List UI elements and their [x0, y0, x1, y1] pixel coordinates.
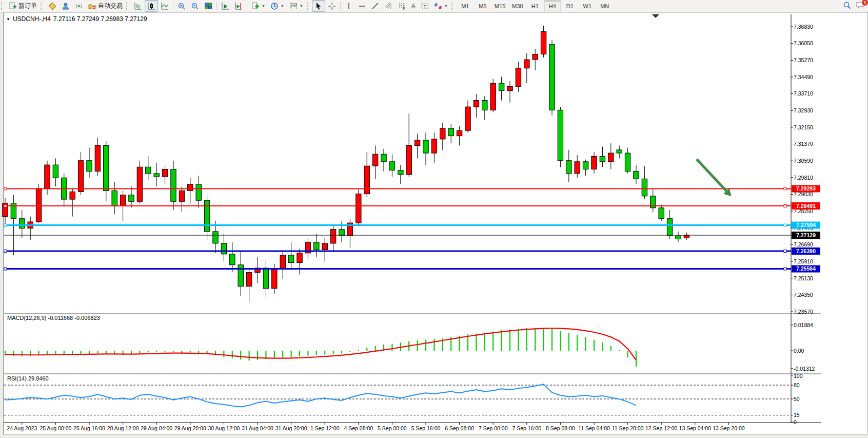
price-axis-label: 7.32150	[794, 124, 813, 130]
timeframe-button-M5[interactable]: M5	[474, 1, 491, 11]
chart-candles-button[interactable]	[145, 0, 158, 12]
crosshair-tool-button[interactable]	[325, 0, 339, 12]
svg-text:7.28491: 7.28491	[796, 203, 816, 209]
time-axis-label: 1 Sep 12:00	[310, 425, 340, 431]
periods-button[interactable]: ▼	[268, 0, 287, 12]
chart-shift-icon	[234, 2, 243, 10]
indicator-template-icon	[289, 2, 298, 10]
toolbar-divider	[340, 2, 341, 10]
toolbar-group-separator	[451, 2, 455, 10]
notifications-button[interactable]: 1	[856, 1, 865, 11]
timeframe-button-D1[interactable]: D1	[561, 1, 579, 11]
channel-tool-button[interactable]: E	[382, 0, 396, 12]
text-tool-button[interactable]: A	[409, 0, 418, 12]
status-strip	[0, 435, 868, 438]
timeframe-button-M15[interactable]: M15	[491, 1, 509, 11]
templates-button[interactable]: ▼	[287, 0, 306, 12]
toolbar-divider	[173, 2, 173, 10]
new-order-label: 新订单	[18, 2, 37, 10]
search-icon[interactable]	[843, 1, 852, 11]
new-chart-icon	[251, 2, 260, 10]
new-chart-button[interactable]: ▼	[249, 0, 268, 12]
timeframe-button-H1[interactable]: H1	[526, 1, 544, 11]
macd-axis-label: -0.01312	[794, 366, 815, 372]
timeframe-button-M1[interactable]: M1	[457, 1, 474, 11]
profile-button[interactable]	[59, 0, 72, 12]
zoom-out-icon	[191, 2, 199, 10]
time-axis-label: 7 Sep 16:00	[512, 425, 541, 431]
tile-windows-button[interactable]	[202, 0, 215, 12]
arrow-objects-icon	[434, 2, 442, 10]
text-label-icon: T	[421, 2, 429, 10]
svg-text:F: F	[403, 7, 405, 10]
timeframe-button-M30[interactable]: M30	[509, 1, 526, 11]
tile-windows-icon	[204, 2, 212, 10]
price-axis-label: 7.25910	[794, 258, 813, 264]
macd-axis-label: 0.01884	[794, 322, 813, 328]
toolbar-drag-handle	[1, 2, 4, 10]
chart-canvas[interactable]: 7.368307.360507.352707.344907.337107.329…	[0, 0, 868, 438]
price-axis-label: 7.36050	[794, 40, 813, 46]
price-axis-label: 7.32930	[794, 107, 813, 113]
cursor-tool-button[interactable]	[312, 0, 325, 12]
text-tool-icon: A	[411, 3, 416, 10]
time-axis-label: 29 Aug 20:00	[174, 425, 206, 431]
macd-indicator-label: MACD(12,26,9) -0.011668 -0.006823	[7, 315, 100, 321]
timeframe-button-H4[interactable]: H4	[544, 1, 561, 11]
trendline-icon	[371, 2, 380, 10]
line-chart-icon	[161, 2, 169, 10]
price-axis-label: 7.33710	[794, 90, 813, 97]
chart-client-area	[4, 12, 867, 434]
rsi-axis-label: 0	[794, 419, 797, 425]
time-axis-label: 28 Aug 12:00	[107, 425, 139, 431]
time-axis-label: 12 Sep 12:00	[645, 425, 678, 431]
price-badge: 7.26390	[792, 247, 820, 255]
trendline-tool-button[interactable]	[369, 0, 382, 12]
arrows-tool-button[interactable]: ▼	[431, 0, 450, 12]
time-axis-label: 4 Sep 08:00	[344, 425, 373, 431]
crosshair-icon	[328, 2, 336, 10]
auto-trading-label: 自动交易	[98, 2, 123, 10]
dropdown-caret-icon: ▼	[444, 4, 448, 8]
time-axis-label: 25 Aug 16:00	[73, 425, 105, 431]
fibonacci-tool-button[interactable]: F	[396, 0, 409, 12]
chart-line-button[interactable]	[158, 0, 171, 12]
time-axis-label: 13 Sep 04:00	[679, 425, 712, 431]
new-order-icon	[9, 2, 17, 10]
horizontal-line-tool-button[interactable]	[356, 0, 369, 12]
zoom-in-button[interactable]	[175, 0, 188, 12]
svg-text:7.26390: 7.26390	[796, 248, 816, 254]
rsi-axis-label: 100	[794, 373, 803, 379]
rsi-axis-label: 50	[794, 396, 800, 402]
timeframe-button-MN[interactable]: MN	[596, 1, 614, 11]
time-axis-label: 8 Sep 08:00	[546, 425, 575, 431]
label-tool-button[interactable]: T	[418, 0, 431, 12]
dropdown-caret-icon: ▼	[300, 4, 303, 8]
profile-icon	[62, 2, 70, 10]
price-badge: 7.28491	[792, 202, 820, 210]
time-axis-label: 31 Aug 04:00	[242, 425, 273, 431]
market-button[interactable]	[46, 0, 59, 12]
time-axis-label: 25 Aug 00:00	[40, 425, 71, 431]
macd-axis-label: 0.00	[794, 348, 804, 354]
signals-button[interactable]	[72, 0, 86, 12]
chart-shift-button[interactable]	[232, 0, 245, 12]
new-order-button[interactable]: 新订单	[6, 0, 40, 12]
price-axis-label: 7.34490	[794, 74, 813, 80]
chart-bars-button[interactable]	[131, 0, 145, 12]
vertical-line-tool-button[interactable]	[342, 0, 356, 12]
price-axis-label: 7.30590	[794, 158, 813, 164]
svg-text:7.25564: 7.25564	[796, 265, 816, 272]
price-axis-label: 7.26690	[794, 241, 813, 247]
zoom-out-button[interactable]	[188, 0, 202, 12]
time-axis-label: 31 Aug 20:00	[275, 425, 307, 431]
auto-trading-button[interactable]: 自动交易	[86, 0, 125, 12]
chart-symbol-title[interactable]: ▼ USDCNH-,H4 7.27116 7.27249 7.26983 7.2…	[6, 15, 147, 23]
auto-scroll-icon	[221, 2, 229, 10]
timeframe-button-W1[interactable]: W1	[579, 1, 596, 11]
toolbar-divider	[247, 2, 247, 10]
rsi-indicator-label: RSI(14) 29.8460	[7, 375, 49, 382]
auto-scroll-button[interactable]	[219, 0, 232, 12]
price-badge: 7.27129	[792, 232, 820, 239]
main-toolbar: 新订单 自动交易 ▼	[0, 0, 868, 12]
